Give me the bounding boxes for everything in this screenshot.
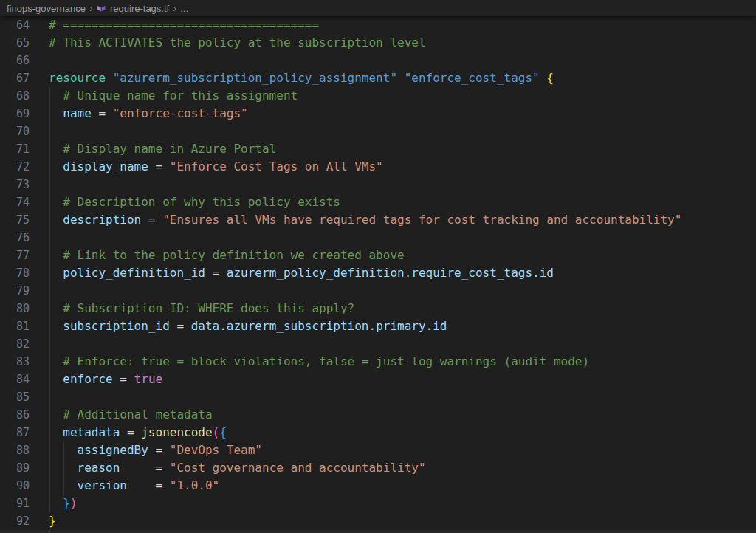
code-text: resource "azurerm_subscription_policy_as… [49,69,554,87]
code-line[interactable]: 65# This ACTIVATES the policy at the sub… [0,34,756,52]
indent-guide [49,158,50,176]
indent-guide [49,406,50,424]
line-number: 75 [0,211,30,229]
line-number: 71 [0,140,30,158]
breadcrumb-file[interactable]: require-tags.tf [110,3,169,14]
code-text: } [49,512,56,530]
code-text: description = "Ensures all VMs have requ… [49,211,681,229]
indent-guide [49,87,50,105]
indent-guide [49,353,50,371]
code-text: display_name = "Enforce Cost Tags on All… [49,158,383,176]
indent-guide [63,441,64,459]
code-line[interactable]: 75 description = "Ensures all VMs have r… [0,211,756,229]
code-text: # Unique name for this assignment [49,87,298,105]
indent-guide [49,229,50,247]
line-number: 65 [0,34,30,52]
line-number: 86 [0,406,30,424]
line-number: 74 [0,193,30,211]
code-line[interactable]: 86 # Additional metadata [0,406,756,424]
code-line[interactable]: 76 [0,229,756,247]
indent-guide [49,211,50,229]
indent-guide [49,123,50,140]
indent-guide [49,317,50,335]
code-text: assignedBy = "DevOps Team" [49,441,262,459]
code-line[interactable]: 70 [0,123,756,140]
line-number: 72 [0,158,30,176]
indent-guide [49,264,50,282]
line-number: 87 [0,424,30,441]
code-line[interactable]: 77 # Link to the policy definition we cr… [0,247,756,264]
code-line[interactable]: 89 reason = "Cost governance and account… [0,459,756,477]
code-line[interactable]: 82 [0,335,756,353]
code-line[interactable]: 71 # Display name in Azure Portal [0,140,756,158]
code-text: metadata = jsonencode({ [49,424,227,441]
indent-guide [49,105,50,123]
line-number: 70 [0,123,30,140]
line-number: 73 [0,176,30,193]
line-number: 84 [0,371,30,388]
code-line[interactable]: 74 # Description of why this policy exis… [0,193,756,211]
code-line[interactable]: 84 enforce = true [0,371,756,388]
line-number: 92 [0,512,30,530]
code-line[interactable]: 69 name = "enforce-cost-tags" [0,105,756,123]
code-line[interactable]: 72 display_name = "Enforce Cost Tags on … [0,158,756,176]
code-text: }) [49,495,78,512]
code-text: enforce = true [49,371,162,388]
line-number: 68 [0,87,30,105]
code-text: # Subscription ID: WHERE does this apply… [49,300,354,317]
breadcrumb-more[interactable]: ... [180,3,188,14]
indent-guide [63,477,64,495]
code-text: # ==================================== [49,16,319,34]
code-line[interactable]: 66 [0,52,756,69]
code-text: # This ACTIVATES the policy at the subsc… [49,34,426,52]
code-text: # Additional metadata [49,406,213,424]
indent-guide [49,477,50,495]
line-number: 85 [0,388,30,406]
code-line[interactable]: 78 policy_definition_id = azurerm_policy… [0,264,756,282]
partial-next-line [0,530,756,533]
chevron-right-icon: › [86,0,97,16]
indent-guide [63,459,64,477]
line-number: 91 [0,495,30,512]
line-number: 89 [0,459,30,477]
breadcrumb-folder[interactable]: finops-governance [7,3,86,14]
code-line[interactable]: 87 metadata = jsonencode({ [0,424,756,441]
code-line[interactable]: 80 # Subscription ID: WHERE does this ap… [0,300,756,317]
code-line[interactable]: 85 [0,388,756,406]
code-line[interactable]: 64# ==================================== [0,16,756,34]
indent-guide [49,282,50,300]
line-number: 82 [0,335,30,353]
code-line[interactable]: 73 [0,176,756,193]
line-number: 77 [0,247,30,264]
code-line[interactable]: 88 assignedBy = "DevOps Team" [0,441,756,459]
code-text: policy_definition_id = azurerm_policy_de… [49,264,554,282]
line-number: 78 [0,264,30,282]
indent-guide [49,247,50,264]
chevron-right-icon: › [169,0,180,16]
line-number: 79 [0,282,30,300]
indent-guide [49,193,50,211]
code-text: subscription_id = data.azurerm_subscript… [49,317,447,335]
code-line[interactable]: 91 }) [0,495,756,512]
indent-guide [49,459,50,477]
code-line[interactable]: 83 # Enforce: true = block violations, f… [0,353,756,371]
code-line[interactable]: 67resource "azurerm_subscription_policy_… [0,69,756,87]
line-number: 64 [0,16,30,34]
indent-guide [49,388,50,406]
line-number: 81 [0,317,30,335]
code-line[interactable]: 68 # Unique name for this assignment [0,87,756,105]
code-line[interactable]: 90 version = "1.0.0" [0,477,756,495]
code-editor[interactable]: 64# ====================================… [0,16,756,530]
indent-guide [49,441,50,459]
indent-guide [49,424,50,441]
code-line[interactable]: 92} [0,512,756,530]
indent-guide [49,530,50,533]
code-text: # Display name in Azure Portal [49,140,276,158]
indent-guide [49,140,50,158]
code-line[interactable]: 81 subscription_id = data.azurerm_subscr… [0,317,756,335]
indent-guide [49,335,50,353]
code-line[interactable]: 79 [0,282,756,300]
line-number: 69 [0,105,30,123]
vscode-editor-window: finops-governance › require-tags.tf › ..… [0,0,756,533]
line-number: 83 [0,353,30,371]
